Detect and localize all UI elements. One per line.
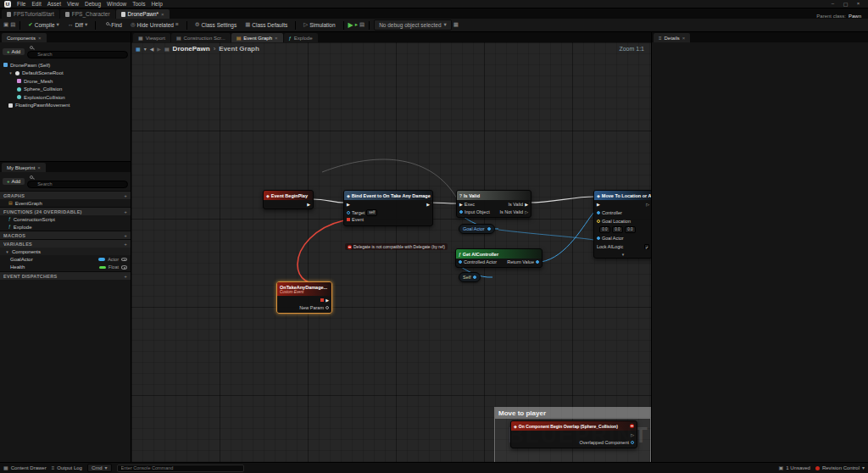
exec-out-pin[interactable]: ▷ [631, 432, 634, 437]
graph-canvas[interactable]: ▦ ▾ ◀ ▶ ▤ DronePawn › Event Graph Zoom 1… [131, 42, 651, 462]
event-dispatchers-section-header[interactable]: EVENT DISPATCHERS + [0, 271, 131, 280]
console-command-input[interactable] [117, 465, 244, 472]
output-pin[interactable] [487, 227, 491, 231]
node-get-goal-actor[interactable]: Goal Actor [459, 224, 495, 234]
tree-item-floatingpawnmovement[interactable]: FloatingPawnMovement [0, 102, 131, 110]
back-icon[interactable]: ◀ [150, 46, 154, 52]
add-function-icon[interactable]: + [124, 209, 127, 214]
exec-in-pin[interactable]: ▶ [459, 202, 463, 207]
tab-event-graph[interactable]: ▤ Event Graph × [231, 33, 283, 42]
exec-out-pin[interactable]: ▷ [525, 209, 528, 214]
exec-out-pin[interactable]: ▶ [326, 298, 329, 303]
exec-in-pin[interactable]: ▶ [597, 202, 600, 207]
tab-details[interactable]: ≡ Details × [654, 33, 690, 42]
hide-unrelated-button[interactable]: ◎ Hide Unrelated ≡ [127, 20, 182, 30]
tab-dronepawn[interactable]: DronePawn* × [116, 9, 170, 19]
visibility-eye-icon[interactable] [121, 265, 127, 270]
comment-title[interactable]: Move to player [498, 409, 546, 417]
find-button[interactable]: Find [100, 20, 125, 30]
node-is-valid[interactable]: ? Is Valid ▶Exec Is Valid▶ Input Object … [456, 190, 531, 218]
output-log-button[interactable]: ≡ Output Log [52, 465, 82, 470]
delegate-out-pin[interactable] [320, 298, 324, 302]
browse-debug-icon[interactable]: ▦ [453, 22, 459, 28]
add-variable-icon[interactable]: + [124, 242, 127, 247]
node-on-component-begin-overlap[interactable]: ◆ On Component Begin Overlap (Sphere_Col… [510, 420, 637, 448]
close-tab-icon[interactable]: × [37, 165, 41, 170]
tab-construction-script[interactable]: ▤ Construction Scr... [171, 33, 231, 42]
close-tab-icon[interactable]: × [38, 36, 42, 41]
close-tab-icon[interactable]: × [161, 12, 164, 17]
goal-location-pin[interactable] [597, 220, 600, 223]
graph-item-eventgraph[interactable]: ▤ EventGraph [0, 199, 131, 207]
tab-components[interactable]: Components × [2, 33, 47, 42]
menu-file[interactable]: File [17, 1, 25, 7]
exec-out-pin[interactable]: ▶ [307, 202, 310, 207]
node-ontakeanydamage[interactable]: OnTakeAnyDamage... Custom Event ▶ New Pa… [276, 281, 332, 314]
my-blueprint-search-input[interactable] [27, 181, 128, 188]
node-expand-arrow[interactable]: ▾ [594, 251, 651, 258]
delegate-event-pin[interactable] [347, 218, 350, 221]
menu-tools[interactable]: Tools [132, 1, 145, 7]
return-value-pin[interactable] [536, 260, 539, 264]
exec-out-pin[interactable]: ▶ [426, 202, 430, 207]
variables-category-components[interactable]: ▾ Components [0, 248, 131, 255]
tree-item-drone-mesh[interactable]: Drone_Mesh [0, 77, 131, 86]
content-drawer-button[interactable]: ▦ Content Drawer [3, 465, 47, 470]
target-pin[interactable] [347, 211, 350, 214]
menu-help[interactable]: Help [151, 1, 162, 7]
menu-edit[interactable]: Edit [31, 1, 41, 7]
comment-move-to-player[interactable]: Move to player ◆ On Component Begin Over… [494, 407, 651, 462]
frame-skip-icon[interactable]: ▸ [355, 22, 358, 28]
tree-item-sphere-collision[interactable]: Sphere_Collision [0, 86, 131, 94]
goal-location-x-input[interactable]: 0.0 [599, 226, 610, 233]
lock-ailogic-checkbox[interactable]: ✓ [644, 244, 649, 249]
input-object-pin[interactable] [459, 210, 463, 214]
menu-view[interactable]: View [67, 1, 79, 7]
simulation-button[interactable]: ▷ Simulation [300, 20, 338, 30]
play-icon[interactable]: ▶ [348, 22, 353, 29]
functions-section-header[interactable]: FUNCTIONS (24 OVERRIDABLE) + [0, 207, 131, 215]
menu-debug[interactable]: Debug [85, 1, 101, 7]
compile-button[interactable]: ✔ Compile ▾ [25, 20, 63, 30]
goal-location-z-input[interactable]: 0.0 [625, 226, 636, 233]
goal-location-y-input[interactable]: 0.0 [612, 226, 623, 233]
add-component-button[interactable]: + Add [3, 48, 25, 55]
exec-in-pin[interactable]: ▶ [347, 202, 350, 207]
tree-item-explosioncollision[interactable]: ExplosionCollision [0, 93, 131, 102]
visibility-eye-icon[interactable] [121, 258, 127, 262]
levels-icon[interactable]: ▤ [359, 22, 364, 28]
node-event-beginplay[interactable]: ◆ Event BeginPlay ▶ [263, 190, 314, 209]
node-bind-event[interactable]: ◆ Bind Event to On Take Any Damage ▶ ▶ T… [343, 190, 433, 226]
caret-down-icon[interactable]: ▾ [144, 46, 147, 52]
blueprint-icon[interactable]: ▦ [136, 47, 141, 52]
exec-out-pin[interactable]: ▷ [646, 202, 649, 207]
target-value-box[interactable]: self [366, 209, 377, 216]
browse-icon[interactable]: ▤ [10, 22, 15, 28]
node-move-to-location-or-actor[interactable]: ◆ Move To Location or Act... ▶ ▷ Control… [593, 190, 651, 259]
tab-fps-character[interactable]: FPS_Character [60, 9, 115, 19]
overlapped-component-pin[interactable] [631, 441, 634, 444]
graphs-section-header[interactable]: GRAPHS + [0, 191, 131, 199]
unreal-logo-icon[interactable]: U [4, 1, 11, 8]
breadcrumb-root[interactable]: DronePawn [173, 45, 210, 53]
add-graph-icon[interactable]: + [124, 193, 127, 198]
close-tab-icon[interactable]: × [275, 36, 278, 41]
diff-button[interactable]: ↔ Diff ▾ [64, 20, 91, 30]
close-icon[interactable]: × [853, 1, 864, 7]
debug-object-dropdown[interactable]: No debug object selected ▾ [374, 19, 452, 31]
tree-item-defaultsceneroot[interactable]: ▾ DefaultSceneRoot [0, 70, 131, 78]
save-icon[interactable]: ▣ [3, 22, 8, 28]
components-search-input[interactable] [27, 51, 128, 58]
output-pin[interactable] [473, 275, 476, 279]
function-item-explode[interactable]: ƒ Explode [0, 223, 131, 231]
class-defaults-button[interactable]: ▦ Class Defaults [242, 20, 291, 30]
breadcrumb-leaf[interactable]: Event Graph [219, 45, 259, 53]
variable-goalactor[interactable]: GoalActor Actor [0, 255, 131, 264]
menu-asset[interactable]: Asset [47, 1, 61, 7]
class-settings-button[interactable]: ⚙ Class Settings [192, 20, 240, 30]
cmd-dropdown[interactable]: Cmd ▾ [87, 464, 112, 472]
menu-window[interactable]: Window [107, 1, 126, 7]
maximize-icon[interactable]: ▢ [840, 1, 851, 7]
controller-pin[interactable] [597, 211, 600, 214]
exec-out-pin[interactable]: ▶ [525, 202, 528, 207]
